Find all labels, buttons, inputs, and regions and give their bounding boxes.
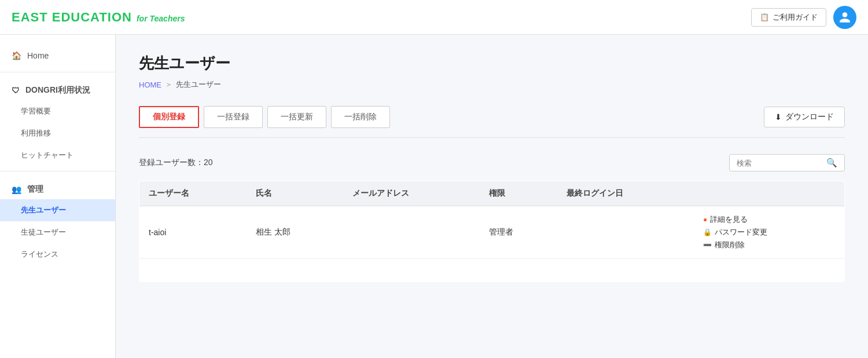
search-icon: 🔍: [826, 158, 837, 168]
sidebar-item-learning[interactable]: 学習概要: [0, 100, 115, 122]
cell-fullname: 相生 太郎: [247, 206, 343, 259]
breadcrumb-home-link[interactable]: HOME: [139, 81, 161, 89]
action-row: 個別登録 一括登録 一括更新 一括削除 ⬇ ダウンロード: [139, 106, 845, 138]
logo: EAST EDUCATION for Teachers: [12, 10, 185, 25]
tab-bulk-register[interactable]: 一括登録: [204, 106, 263, 128]
table-row-empty: [139, 259, 845, 282]
sidebar-item-usage[interactable]: 利用推移: [0, 122, 115, 144]
tab-bulk-delete[interactable]: 一括削除: [331, 106, 390, 128]
sidebar-item-teacher[interactable]: 先生ユーザー: [0, 199, 115, 221]
guide-button[interactable]: 📋 ご利用ガイド: [751, 8, 826, 27]
cell-email: [343, 206, 480, 259]
layout: 🏠 Home 🛡 DONGRI利用状況 学習概要 利用推移 ヒットチャート 👥 …: [0, 0, 868, 358]
dongri-label: DONGRI利用状況: [25, 85, 90, 96]
delete-link[interactable]: ➖ 権限削除: [703, 240, 745, 250]
sidebar-item-student[interactable]: 生徒ユーザー: [0, 221, 115, 243]
sidebar-dongri[interactable]: 🛡 DONGRI利用状況: [0, 77, 115, 100]
detail-icon: ●: [703, 215, 707, 224]
col-fullname: 氏名: [247, 181, 343, 206]
sidebar-management: 👥 管理: [0, 176, 115, 199]
col-actions: [694, 181, 844, 206]
license-label: ライセンス: [21, 250, 58, 258]
users-table: ユーザー名 氏名 メールアドレス 権限 最終ログイン日 t-aioi 相生 太郎…: [139, 181, 845, 282]
teacher-label: 先生ユーザー: [21, 206, 66, 214]
person-icon: [838, 11, 851, 24]
password-label: パスワード変更: [715, 227, 767, 238]
col-last-login: 最終ログイン日: [557, 181, 694, 206]
book-icon: 📋: [760, 13, 769, 21]
page-title: 先生ユーザー: [139, 53, 845, 74]
minus-icon: ➖: [703, 241, 712, 249]
user-avatar-button[interactable]: [833, 6, 856, 29]
detail-link[interactable]: ● 詳細を見る: [703, 214, 748, 225]
cell-role: 管理者: [480, 206, 557, 259]
guide-label: ご利用ガイド: [773, 12, 818, 23]
col-role: 権限: [480, 181, 557, 206]
download-button[interactable]: ⬇ ダウンロード: [764, 107, 845, 127]
learning-label: 学習概要: [21, 107, 51, 115]
header: EAST EDUCATION for Teachers 📋 ご利用ガイド: [0, 0, 868, 35]
tab-individual-register[interactable]: 個別登録: [139, 106, 199, 128]
sidebar-divider-2: [0, 171, 115, 171]
user-count: 登録ユーザー数：20: [139, 158, 213, 168]
col-username: ユーザー名: [139, 181, 247, 206]
management-label: 管理: [27, 184, 43, 195]
download-label: ダウンロード: [785, 112, 834, 122]
search-box: 🔍: [729, 154, 845, 171]
table-header-row: ユーザー名 氏名 メールアドレス 権限 最終ログイン日: [139, 181, 845, 206]
tab-buttons: 個別登録 一括登録 一括更新 一括削除: [139, 106, 395, 128]
sidebar-divider-1: [0, 72, 115, 72]
cell-username: t-aioi: [139, 206, 247, 259]
actions-cell: ● 詳細を見る 🔒 パスワード変更 ➖ 権限削除: [703, 214, 835, 250]
usage-label: 利用推移: [21, 129, 51, 137]
shield-icon: 🛡: [12, 86, 20, 95]
tab-bulk-update[interactable]: 一括更新: [267, 106, 326, 128]
logo-main-text: EAST EDUCATION: [12, 10, 132, 25]
breadcrumb-separator: ＞: [165, 79, 172, 90]
home-icon: 🏠: [12, 51, 21, 60]
sidebar: 🏠 Home 🛡 DONGRI利用状況 学習概要 利用推移 ヒットチャート 👥 …: [0, 35, 116, 358]
password-link[interactable]: 🔒 パスワード変更: [703, 227, 767, 238]
cell-last-login: [557, 206, 694, 259]
sidebar-item-license[interactable]: ライセンス: [0, 243, 115, 265]
main-content: 先生ユーザー HOME ＞ 先生ユーザー 個別登録 一括登録 一括更新 一括削除…: [116, 35, 868, 358]
cell-actions: ● 詳細を見る 🔒 パスワード変更 ➖ 権限削除: [694, 206, 844, 259]
table-row: t-aioi 相生 太郎 管理者 ● 詳細を見る 🔒: [139, 206, 845, 259]
header-right: 📋 ご利用ガイド: [751, 6, 856, 29]
breadcrumb: HOME ＞ 先生ユーザー: [139, 79, 845, 90]
sidebar-item-hichart[interactable]: ヒットチャート: [0, 144, 115, 166]
student-label: 生徒ユーザー: [21, 228, 66, 236]
detail-label: 詳細を見る: [710, 214, 748, 225]
breadcrumb-current: 先生ユーザー: [176, 79, 221, 90]
sidebar-item-home[interactable]: 🏠 Home: [0, 44, 115, 67]
download-icon: ⬇: [775, 112, 782, 122]
hichart-label: ヒットチャート: [21, 151, 73, 159]
search-input[interactable]: [737, 159, 823, 167]
management-icon: 👥: [12, 185, 21, 194]
home-label: Home: [27, 51, 49, 60]
lock-icon: 🔒: [703, 228, 712, 236]
count-search-row: 登録ユーザー数：20 🔍: [139, 154, 845, 171]
logo-sub-text: for Teachers: [137, 14, 185, 23]
delete-label: 権限削除: [715, 240, 745, 250]
col-email: メールアドレス: [343, 181, 480, 206]
